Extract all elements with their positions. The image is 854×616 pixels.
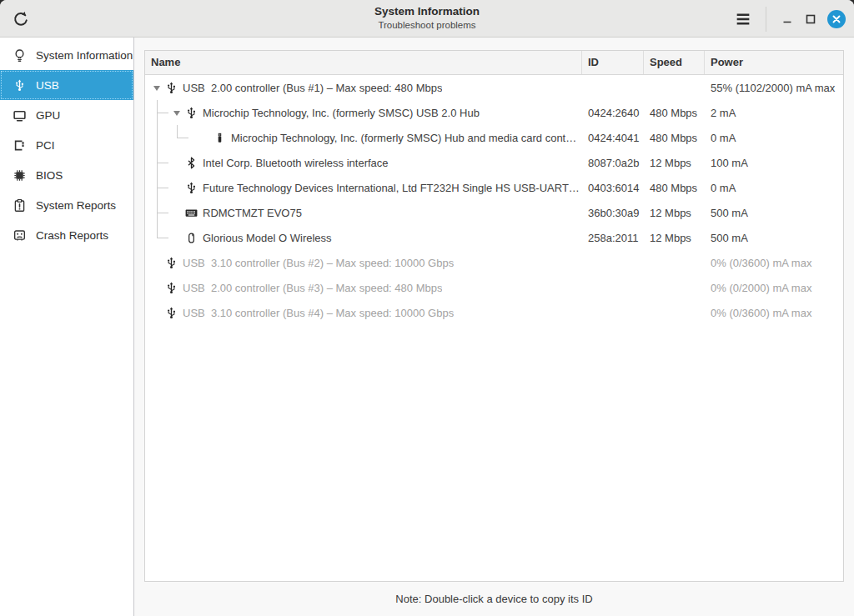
cell-speed: 480 Mbps	[644, 132, 705, 144]
sidebar-item-system-reports[interactable]: System Reports	[0, 190, 133, 220]
cell-id: 0403:6014	[582, 182, 644, 194]
sidebar-item-label: System Reports	[36, 199, 116, 212]
tree-line	[149, 200, 169, 225]
expander-icon[interactable]	[149, 84, 164, 91]
cell-name: Glorious Model O Wireless	[145, 225, 582, 250]
cell-power: 0% (0/3600) mA max	[705, 257, 843, 269]
cell-power: 0 mA	[705, 132, 843, 144]
usb-icon	[184, 181, 198, 195]
sidebar-item-system-information[interactable]: System Information	[0, 40, 133, 70]
device-name: USB 3.10 controller (Bus #4) – Max speed…	[183, 307, 454, 319]
tree-line	[149, 150, 169, 175]
usb-drive-icon	[213, 131, 227, 145]
gpu-icon	[12, 108, 27, 123]
triangle-down-icon	[153, 86, 160, 91]
sidebar-item-usb[interactable]: USB	[0, 70, 133, 100]
sidebar-item-label: System Information	[36, 49, 133, 62]
column-header-speed[interactable]: Speed	[644, 51, 705, 74]
cell-name: USB 2.00 controller (Bus #3) – Max speed…	[145, 275, 582, 300]
cell-id: 8087:0a2b	[582, 157, 644, 169]
device-name: USB 2.00 controller (Bus #3) – Max speed…	[183, 282, 442, 294]
refresh-icon	[12, 10, 30, 28]
page-subtitle: Troubleshoot problems	[374, 19, 480, 31]
minimize-button[interactable]	[776, 8, 798, 30]
cell-name: Future Technology Devices International,…	[145, 175, 582, 200]
cell-power: 55% (1102/2000) mA max	[705, 82, 843, 94]
cell-power: 0% (0/3600) mA max	[705, 307, 843, 319]
device-name: Microchip Technology, Inc. (formerly SMS…	[231, 132, 576, 144]
cell-power: 0% (0/2000) mA max	[705, 282, 843, 294]
table-row[interactable]: USB 3.10 controller (Bus #2) – Max speed…	[145, 250, 843, 275]
menu-button[interactable]	[731, 7, 756, 32]
cell-id: 36b0:30a9	[582, 207, 644, 219]
app-window: System Information Troubleshoot problems…	[0, 0, 854, 616]
usb-icon	[164, 81, 178, 95]
table-row[interactable]: USB 2.00 controller (Bus #1) – Max speed…	[145, 75, 843, 100]
usb-icon	[184, 106, 198, 120]
usb-icon	[12, 78, 27, 93]
cell-name: Microchip Technology, Inc. (formerly SMS…	[145, 125, 582, 150]
sidebar-item-crash-reports[interactable]: Crash Reports	[0, 220, 133, 250]
bluetooth-icon	[184, 156, 198, 170]
device-name: RDMCTMZT EVO75	[203, 207, 302, 219]
cell-name: RDMCTMZT EVO75	[145, 200, 582, 225]
refresh-button[interactable]	[11, 9, 31, 29]
tree-line	[149, 225, 169, 250]
controls-separator	[766, 7, 766, 32]
column-header-power[interactable]: Power	[705, 51, 843, 74]
expander-icon[interactable]	[169, 109, 184, 116]
mouse-icon	[184, 231, 198, 245]
cell-power: 500 mA	[705, 207, 843, 219]
report-icon	[12, 198, 27, 213]
device-name: Future Technology Devices International,…	[203, 182, 580, 194]
app-body: System InformationUSBGPUPCIBIOSSystem Re…	[0, 38, 854, 616]
table-row[interactable]: Glorious Model O Wireless258a:201112 Mbp…	[145, 225, 843, 250]
sidebar-item-label: BIOS	[36, 169, 63, 182]
device-name: USB 2.00 controller (Bus #1) – Max speed…	[183, 82, 442, 94]
column-header-name[interactable]: Name	[145, 51, 582, 74]
main-panel: Name ID Speed Power USB 2.00 controller …	[134, 38, 854, 616]
cell-id: 0424:4041	[582, 132, 644, 144]
cell-name: USB 3.10 controller (Bus #4) – Max speed…	[145, 300, 582, 325]
close-icon	[831, 14, 841, 24]
sidebar-item-bios[interactable]: BIOS	[0, 160, 133, 190]
device-name: USB 3.10 controller (Bus #2) – Max speed…	[183, 257, 454, 269]
cell-name: USB 3.10 controller (Bus #2) – Max speed…	[145, 250, 582, 275]
usb-device-table: Name ID Speed Power USB 2.00 controller …	[144, 50, 844, 582]
bios-icon	[12, 168, 27, 183]
cell-speed: 480 Mbps	[644, 107, 705, 119]
table-row[interactable]: RDMCTMZT EVO7536b0:30a912 Mbps500 mA	[145, 200, 843, 225]
maximize-button[interactable]	[800, 8, 821, 30]
table-row[interactable]: Microchip Technology, Inc. (formerly SMS…	[145, 125, 843, 150]
table-row[interactable]: Intel Corp. Bluetooth wireless interface…	[145, 150, 843, 175]
tree-line	[149, 125, 169, 150]
footer-note-bar: Note: Double-click a device to copy its …	[144, 582, 844, 616]
device-name: Intel Corp. Bluetooth wireless interface	[203, 157, 389, 169]
cell-power: 2 mA	[705, 107, 843, 119]
titlebar: System Information Troubleshoot problems	[0, 0, 854, 38]
device-name: Microchip Technology, Inc. (formerly SMS…	[203, 107, 480, 119]
table-row[interactable]: USB 3.10 controller (Bus #4) – Max speed…	[145, 300, 843, 325]
hamburger-menu-icon	[734, 10, 752, 28]
cell-speed: 480 Mbps	[644, 182, 705, 194]
cell-id: 0424:2640	[582, 107, 644, 119]
usb-icon	[164, 306, 178, 320]
table-row[interactable]: USB 2.00 controller (Bus #3) – Max speed…	[145, 275, 843, 300]
sidebar-item-pci[interactable]: PCI	[0, 130, 133, 160]
sidebar: System InformationUSBGPUPCIBIOSSystem Re…	[0, 38, 134, 616]
sidebar-item-label: USB	[36, 79, 59, 92]
close-button[interactable]	[827, 10, 846, 28]
footer-note: Note: Double-click a device to copy its …	[395, 593, 592, 605]
tree-line	[169, 125, 189, 150]
pci-icon	[12, 138, 27, 153]
crash-icon	[12, 228, 27, 243]
sidebar-item-label: GPU	[36, 109, 60, 122]
table-row[interactable]: Future Technology Devices International,…	[145, 175, 843, 200]
sidebar-item-gpu[interactable]: GPU	[0, 100, 133, 130]
cell-speed: 12 Mbps	[644, 157, 705, 169]
keyboard-icon	[184, 206, 198, 220]
column-header-id[interactable]: ID	[582, 51, 644, 74]
cell-name: Intel Corp. Bluetooth wireless interface	[145, 150, 582, 175]
tree-line	[149, 175, 169, 200]
table-row[interactable]: Microchip Technology, Inc. (formerly SMS…	[145, 100, 843, 125]
